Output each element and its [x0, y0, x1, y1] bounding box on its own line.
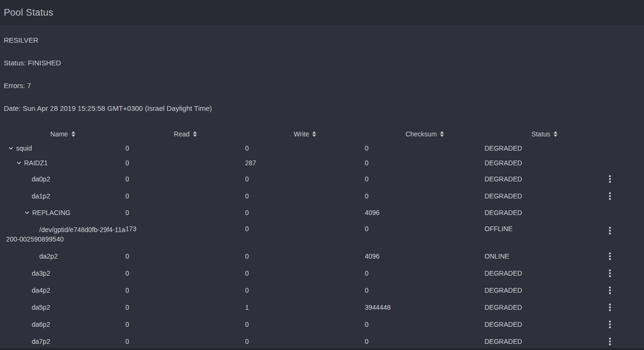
read-cell: 0	[125, 338, 245, 345]
column-header-write[interactable]: Write	[245, 130, 365, 138]
status-cell: DEGRADED	[485, 159, 604, 167]
page-header: Pool Status	[0, 0, 644, 25]
column-header-read[interactable]: Read	[125, 130, 245, 138]
write-cell: 0	[245, 269, 365, 277]
device-name: da2p2	[0, 251, 125, 261]
device-name: da3p2	[0, 269, 125, 278]
kebab-menu-icon[interactable]	[604, 251, 616, 262]
table-row: da6p2000DEGRADED	[0, 316, 644, 333]
table-row: da1p2000DEGRADED	[0, 188, 644, 205]
write-cell: 0	[245, 338, 365, 345]
checksum-cell: 0	[365, 192, 485, 200]
actions-cell	[604, 268, 644, 279]
write-cell: 0	[245, 225, 365, 233]
read-cell: 0	[125, 159, 245, 167]
scan-errors: Errors: 7	[4, 81, 644, 90]
kebab-menu-icon[interactable]	[604, 190, 616, 202]
sort-icon	[312, 131, 316, 137]
write-cell: 0	[245, 175, 365, 183]
table-row: da3p2000DEGRADED	[0, 265, 644, 282]
status-cell: DEGRADED	[485, 144, 604, 152]
status-cell: ONLINE	[485, 252, 604, 260]
actions-cell	[604, 336, 644, 347]
table-row: da4p2000DEGRADED	[0, 282, 644, 299]
device-name: squid	[16, 144, 32, 152]
device-name: da0p2	[0, 174, 125, 184]
sort-icon	[71, 131, 75, 137]
name-cell: RAIDZ1	[0, 159, 125, 167]
column-label: Read	[174, 130, 189, 138]
checksum-cell: 0	[365, 175, 485, 183]
checksum-cell: 0	[365, 269, 485, 277]
chevron-down-icon[interactable]	[8, 145, 16, 152]
status-cell: DEGRADED	[485, 192, 604, 200]
read-cell: 0	[125, 287, 245, 294]
checksum-cell: 4096	[365, 209, 485, 216]
table-row: da7p2000DEGRADED	[0, 333, 644, 350]
actions-cell	[604, 319, 644, 330]
checksum-cell: 0	[365, 338, 485, 345]
sort-icon	[193, 131, 197, 137]
checksum-cell: 0	[365, 321, 485, 328]
checksum-cell: 0	[365, 144, 485, 152]
device-name: /dev/gptid/e748d0fb-29f4-11a200-00259089…	[0, 225, 125, 244]
actions-cell	[604, 285, 644, 296]
table-row: da5p2013944448DEGRADED	[0, 299, 644, 316]
name-cell: squid	[0, 144, 125, 152]
device-name: da5p2	[0, 303, 125, 312]
write-cell: 0	[245, 252, 365, 260]
read-cell: 0	[125, 209, 245, 216]
column-header-checksum[interactable]: Checksum	[365, 130, 485, 138]
status-cell: DEGRADED	[485, 209, 604, 216]
chevron-down-icon[interactable]	[16, 160, 24, 166]
kebab-menu-icon[interactable]	[604, 268, 616, 279]
read-cell: 0	[125, 144, 245, 152]
write-cell: 0	[245, 192, 365, 200]
device-name: da1p2	[0, 191, 125, 201]
table-row: REPLACING004096DEGRADED	[0, 205, 644, 220]
kebab-menu-icon[interactable]	[604, 225, 616, 236]
column-label: Checksum	[406, 130, 437, 138]
kebab-menu-icon[interactable]	[604, 336, 616, 347]
table-header: NameReadWriteChecksumStatus	[0, 127, 644, 141]
page-title: Pool Status	[4, 7, 53, 18]
device-name: RAIDZ1	[24, 159, 48, 167]
read-cell: 0	[125, 269, 245, 277]
write-cell: 0	[245, 209, 365, 216]
scan-status: Status: FINISHED	[4, 59, 644, 67]
sort-icon	[440, 131, 444, 137]
status-cell: OFFLINE	[485, 225, 604, 233]
table-body: squid000DEGRADEDRAIDZ102870DEGRADEDda0p2…	[0, 141, 644, 350]
actions-cell	[604, 173, 644, 185]
actions-cell	[604, 190, 644, 202]
device-name: da4p2	[0, 286, 125, 295]
bottom-divider	[0, 348, 644, 350]
column-label: Status	[531, 130, 550, 138]
kebab-menu-icon[interactable]	[604, 319, 616, 330]
table-row: RAIDZ102870DEGRADED	[0, 155, 644, 171]
column-header-status[interactable]: Status	[485, 130, 604, 138]
column-header-name[interactable]: Name	[0, 130, 125, 138]
scan-summary: RESILVER Status: FINISHED Errors: 7 Date…	[0, 25, 644, 113]
column-label: Name	[50, 130, 68, 138]
status-cell: DEGRADED	[485, 175, 604, 183]
kebab-menu-icon[interactable]	[604, 285, 616, 296]
kebab-menu-icon[interactable]	[604, 173, 616, 185]
chevron-down-icon[interactable]	[24, 209, 32, 216]
column-label: Write	[294, 130, 309, 138]
table-row: squid000DEGRADED	[0, 141, 644, 155]
write-cell: 1	[245, 304, 365, 311]
pool-status-panel: RESILVER Status: FINISHED Errors: 7 Date…	[0, 25, 644, 350]
read-cell: 0	[125, 175, 245, 183]
read-cell: 0	[125, 321, 245, 328]
status-cell: DEGRADED	[485, 321, 604, 328]
actions-cell	[604, 302, 644, 313]
name-cell: REPLACING	[0, 209, 125, 216]
actions-cell	[604, 225, 644, 236]
sort-icon	[554, 131, 557, 137]
kebab-menu-icon[interactable]	[604, 302, 616, 313]
checksum-cell: 0	[365, 159, 485, 167]
scan-type: RESILVER	[4, 36, 644, 45]
table-row: da2p2004096ONLINE	[0, 248, 644, 265]
checksum-cell: 3944448	[365, 304, 485, 311]
